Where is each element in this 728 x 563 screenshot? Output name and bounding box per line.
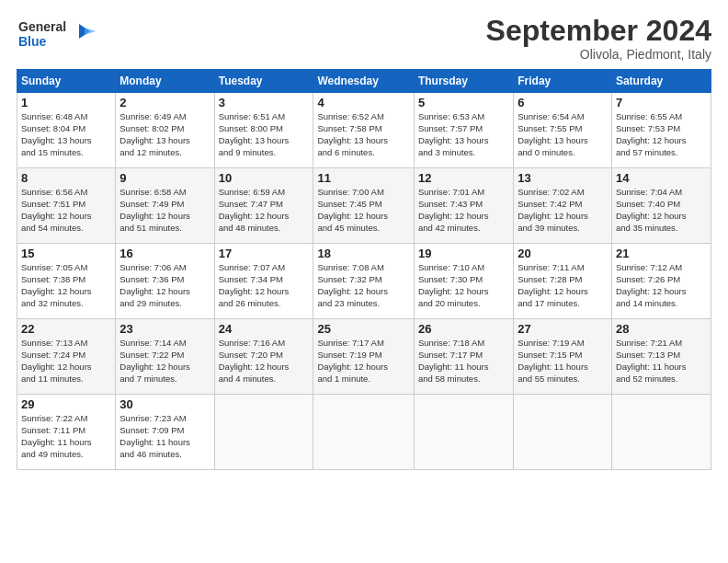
cell-content: Sunrise: 7:06 AM Sunset: 7:36 PM Dayligh… (119, 262, 210, 309)
header-monday: Monday (116, 70, 214, 93)
cell-content: Sunrise: 7:13 AM Sunset: 7:24 PM Dayligh… (21, 338, 111, 385)
cell-content: Sunrise: 7:02 AM Sunset: 7:42 PM Dayligh… (518, 187, 608, 234)
table-row: 8Sunrise: 6:56 AM Sunset: 7:51 PM Daylig… (17, 168, 711, 244)
calendar-table: Sunday Monday Tuesday Wednesday Thursday… (17, 69, 711, 470)
logo-icon: General Blue (17, 15, 99, 53)
day-number: 7 (616, 96, 707, 109)
cell-content: Sunrise: 6:52 AM Sunset: 7:58 PM Dayligh… (317, 111, 409, 158)
cell-content: Sunrise: 7:01 AM Sunset: 7:43 PM Dayligh… (418, 187, 509, 234)
table-cell (514, 395, 612, 470)
table-cell (313, 395, 414, 470)
svg-marker-3 (85, 28, 96, 35)
cell-content: Sunrise: 7:16 AM Sunset: 7:20 PM Dayligh… (219, 338, 310, 385)
day-number: 4 (317, 96, 409, 109)
cell-content: Sunrise: 7:08 AM Sunset: 7:32 PM Dayligh… (317, 262, 409, 309)
day-number: 9 (119, 171, 210, 185)
table-cell: 16Sunrise: 7:06 AM Sunset: 7:36 PM Dayli… (116, 244, 214, 319)
table-cell: 22Sunrise: 7:13 AM Sunset: 7:24 PM Dayli… (17, 319, 116, 395)
day-number: 17 (219, 247, 310, 260)
day-number: 6 (518, 96, 608, 109)
table-row: 22Sunrise: 7:13 AM Sunset: 7:24 PM Dayli… (17, 319, 711, 395)
table-cell: 30Sunrise: 7:23 AM Sunset: 7:09 PM Dayli… (116, 395, 214, 470)
day-number: 13 (518, 171, 608, 185)
header-friday: Friday (514, 70, 612, 93)
cell-content: Sunrise: 7:11 AM Sunset: 7:28 PM Dayligh… (518, 262, 608, 309)
cell-content: Sunrise: 7:22 AM Sunset: 7:11 PM Dayligh… (21, 413, 111, 460)
day-number: 16 (119, 247, 210, 260)
cell-content: Sunrise: 7:17 AM Sunset: 7:19 PM Dayligh… (317, 338, 409, 385)
cell-content: Sunrise: 6:59 AM Sunset: 7:47 PM Dayligh… (219, 187, 310, 234)
header-thursday: Thursday (414, 70, 513, 93)
table-cell: 27Sunrise: 7:19 AM Sunset: 7:15 PM Dayli… (514, 319, 612, 395)
day-number: 5 (418, 96, 509, 109)
day-number: 18 (317, 247, 409, 260)
table-cell: 14Sunrise: 7:04 AM Sunset: 7:40 PM Dayli… (611, 168, 711, 244)
day-number: 27 (518, 322, 608, 336)
table-cell: 18Sunrise: 7:08 AM Sunset: 7:32 PM Dayli… (313, 244, 414, 319)
cell-content: Sunrise: 6:48 AM Sunset: 8:04 PM Dayligh… (21, 111, 111, 158)
cell-content: Sunrise: 7:10 AM Sunset: 7:30 PM Dayligh… (418, 262, 509, 309)
day-number: 30 (119, 397, 210, 411)
table-cell: 4Sunrise: 6:52 AM Sunset: 7:58 PM Daylig… (313, 93, 414, 168)
cell-content: Sunrise: 7:00 AM Sunset: 7:45 PM Dayligh… (317, 187, 409, 234)
day-number: 20 (518, 247, 608, 260)
table-row: 1Sunrise: 6:48 AM Sunset: 8:04 PM Daylig… (17, 93, 711, 168)
day-number: 10 (219, 171, 310, 185)
header-row: Sunday Monday Tuesday Wednesday Thursday… (17, 70, 711, 93)
table-cell: 19Sunrise: 7:10 AM Sunset: 7:30 PM Dayli… (414, 244, 513, 319)
table-cell: 25Sunrise: 7:17 AM Sunset: 7:19 PM Dayli… (313, 319, 414, 395)
cell-content: Sunrise: 7:12 AM Sunset: 7:26 PM Dayligh… (616, 262, 707, 309)
cell-content: Sunrise: 6:51 AM Sunset: 8:00 PM Dayligh… (219, 111, 310, 158)
cell-content: Sunrise: 6:53 AM Sunset: 7:57 PM Dayligh… (418, 111, 509, 158)
location: Olivola, Piedmont, Italy (486, 47, 711, 62)
svg-text:General: General (18, 19, 66, 34)
header: General Blue September 2024 Olivola, Pie… (17, 15, 711, 62)
cell-content: Sunrise: 7:18 AM Sunset: 7:17 PM Dayligh… (418, 338, 509, 385)
day-number: 8 (21, 171, 111, 185)
table-cell: 11Sunrise: 7:00 AM Sunset: 7:45 PM Dayli… (313, 168, 414, 244)
title-block: September 2024 Olivola, Piedmont, Italy (486, 15, 711, 62)
day-number: 26 (418, 322, 509, 336)
table-cell: 20Sunrise: 7:11 AM Sunset: 7:28 PM Dayli… (514, 244, 612, 319)
table-cell: 28Sunrise: 7:21 AM Sunset: 7:13 PM Dayli… (611, 319, 711, 395)
table-cell: 23Sunrise: 7:14 AM Sunset: 7:22 PM Dayli… (116, 319, 214, 395)
table-cell: 17Sunrise: 7:07 AM Sunset: 7:34 PM Dayli… (214, 244, 313, 319)
table-cell: 8Sunrise: 6:56 AM Sunset: 7:51 PM Daylig… (17, 168, 116, 244)
day-number: 14 (616, 171, 707, 185)
day-number: 23 (119, 322, 210, 336)
day-number: 28 (616, 322, 707, 336)
day-number: 21 (616, 247, 707, 260)
header-tuesday: Tuesday (214, 70, 313, 93)
cell-content: Sunrise: 7:23 AM Sunset: 7:09 PM Dayligh… (119, 413, 210, 460)
cell-content: Sunrise: 6:49 AM Sunset: 8:02 PM Dayligh… (119, 111, 210, 158)
table-cell: 5Sunrise: 6:53 AM Sunset: 7:57 PM Daylig… (414, 93, 513, 168)
table-cell: 6Sunrise: 6:54 AM Sunset: 7:55 PM Daylig… (514, 93, 612, 168)
table-cell: 15Sunrise: 7:05 AM Sunset: 7:38 PM Dayli… (17, 244, 116, 319)
cell-content: Sunrise: 7:19 AM Sunset: 7:15 PM Dayligh… (518, 338, 608, 385)
logo: General Blue (17, 15, 99, 53)
cell-content: Sunrise: 7:05 AM Sunset: 7:38 PM Dayligh… (21, 262, 111, 309)
cell-content: Sunrise: 7:07 AM Sunset: 7:34 PM Dayligh… (219, 262, 310, 309)
day-number: 15 (21, 247, 111, 260)
day-number: 2 (119, 96, 210, 109)
table-cell: 1Sunrise: 6:48 AM Sunset: 8:04 PM Daylig… (17, 93, 116, 168)
table-cell: 24Sunrise: 7:16 AM Sunset: 7:20 PM Dayli… (214, 319, 313, 395)
table-row: 29Sunrise: 7:22 AM Sunset: 7:11 PM Dayli… (17, 395, 711, 470)
table-cell: 26Sunrise: 7:18 AM Sunset: 7:17 PM Dayli… (414, 319, 513, 395)
cell-content: Sunrise: 6:54 AM Sunset: 7:55 PM Dayligh… (518, 111, 608, 158)
cell-content: Sunrise: 6:58 AM Sunset: 7:49 PM Dayligh… (119, 187, 210, 234)
cell-content: Sunrise: 6:55 AM Sunset: 7:53 PM Dayligh… (616, 111, 707, 158)
table-row: 15Sunrise: 7:05 AM Sunset: 7:38 PM Dayli… (17, 244, 711, 319)
day-number: 11 (317, 171, 409, 185)
table-cell (414, 395, 513, 470)
table-cell: 29Sunrise: 7:22 AM Sunset: 7:11 PM Dayli… (17, 395, 116, 470)
header-wednesday: Wednesday (313, 70, 414, 93)
cell-content: Sunrise: 7:14 AM Sunset: 7:22 PM Dayligh… (119, 338, 210, 385)
table-cell: 21Sunrise: 7:12 AM Sunset: 7:26 PM Dayli… (611, 244, 711, 319)
table-cell: 10Sunrise: 6:59 AM Sunset: 7:47 PM Dayli… (214, 168, 313, 244)
day-number: 22 (21, 322, 111, 336)
table-cell: 13Sunrise: 7:02 AM Sunset: 7:42 PM Dayli… (514, 168, 612, 244)
cell-content: Sunrise: 7:04 AM Sunset: 7:40 PM Dayligh… (616, 187, 707, 234)
day-number: 1 (21, 96, 111, 109)
day-number: 29 (21, 397, 111, 411)
